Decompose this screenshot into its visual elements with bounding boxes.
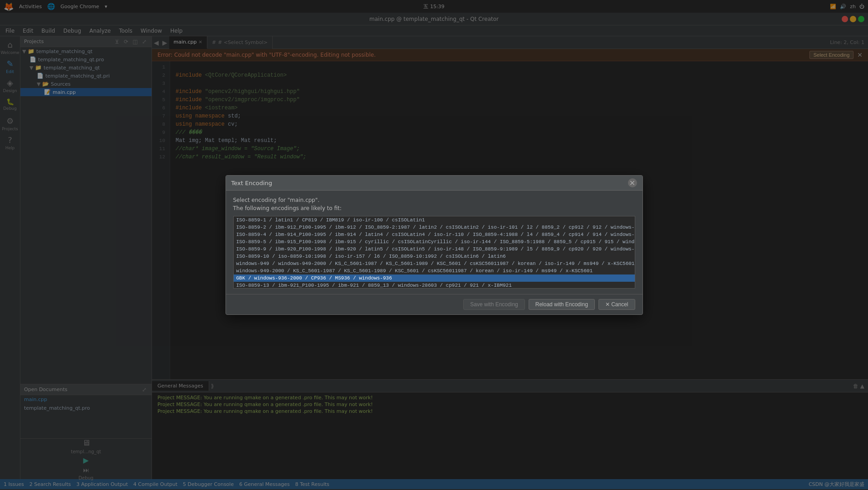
encoding-item-0[interactable]: ISO-8859-1 / latin1 / CP819 / IBM819 / i… [234,216,635,224]
encoding-item-3[interactable]: ISO-8859-5 / ibm-915_P100-1998 / ibm-915… [234,238,635,245]
dialog-titlebar: Text Encoding ✕ [226,176,642,191]
encoding-item-7[interactable]: windows-949-2000 / KS_C_5601-1987 / KS_C… [234,267,635,274]
encoding-item-2[interactable]: ISO-8859-4 / ibm-914_P100-1995 / ibm-914… [234,231,635,238]
encoding-item-6[interactable]: windows-949 / windows-949-2000 / KS_C_56… [234,260,635,267]
dialog-footer: Save with Encoding Reload with Encoding … [226,294,642,314]
cancel-button[interactable]: ✕ Cancel [598,299,635,310]
dialog-title: Text Encoding [231,180,272,186]
dialog-description: Select encoding for "main.cpp". The foll… [233,196,635,212]
encoding-item-4[interactable]: ISO-8859-9 / ibm-920_P100-1998 / ibm-920… [234,245,635,253]
encoding-item-5[interactable]: ISO-8859-10 / iso-8859-10:1998 / iso-ir-… [234,253,635,260]
dialog-overlay: Text Encoding ✕ Select encoding for "mai… [0,0,868,490]
save-with-encoding-button[interactable]: Save with Encoding [463,299,525,310]
reload-with-encoding-button[interactable]: Reload with Encoding [529,299,595,310]
encoding-item-gbk[interactable]: GBK / windows-936-2000 / CP936 / MS936 /… [234,274,635,282]
dialog-close-button[interactable]: ✕ [628,178,637,187]
encoding-item-9[interactable]: ISO-8859-13 / ibm-921_P100-1995 / ibm-92… [234,282,635,289]
text-encoding-dialog: Text Encoding ✕ Select encoding for "mai… [226,175,643,315]
encoding-item-1[interactable]: ISO-8859-2 / ibm-912_P100-1995 / ibm-912… [234,224,635,231]
dialog-body: Select encoding for "main.cpp". The foll… [226,191,642,294]
encoding-list[interactable]: ISO-8859-1 / latin1 / CP819 / IBM819 / i… [233,216,635,289]
